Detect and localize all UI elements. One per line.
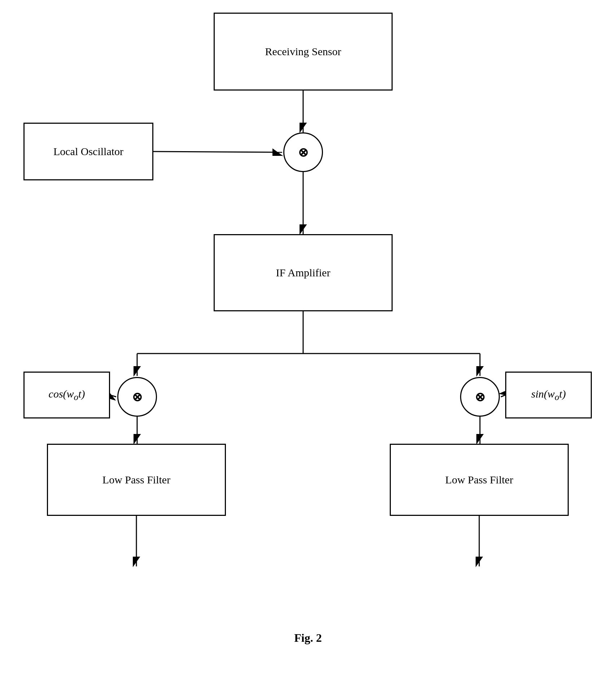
mixer-left-symbol: ⊗: [132, 390, 142, 404]
mixer-right-symbol: ⊗: [475, 390, 485, 404]
svg-line-3: [153, 152, 282, 152]
lpf-right-box: Low Pass Filter: [390, 444, 569, 516]
mixer-right-circle: ⊗: [460, 377, 500, 417]
figure-caption: Fig. 2: [217, 631, 399, 645]
lpf-right-label: Low Pass Filter: [445, 474, 513, 486]
svg-line-9: [110, 395, 116, 397]
cos-label: cos(wot): [49, 388, 85, 402]
mixer-top-symbol: ⊗: [298, 145, 308, 159]
svg-line-10: [501, 395, 505, 397]
receiving-sensor-box: Receiving Sensor: [214, 13, 393, 91]
mixer-top-circle: ⊗: [283, 132, 323, 172]
diagram: Receiving Sensor Local Oscillator ⊗ IF A…: [0, 0, 616, 693]
sin-box: sin(wot): [505, 372, 592, 418]
lpf-left-box: Low Pass Filter: [47, 444, 226, 516]
if-amplifier-box: IF Amplifier: [214, 234, 393, 311]
mixer-left-circle: ⊗: [117, 377, 157, 417]
local-oscillator-label: Local Oscillator: [53, 145, 123, 158]
cos-box: cos(wot): [23, 372, 110, 418]
lpf-left-label: Low Pass Filter: [102, 474, 170, 486]
figure-caption-text: Fig. 2: [294, 631, 322, 644]
if-amplifier-label: IF Amplifier: [276, 267, 331, 279]
sin-label: sin(wot): [531, 388, 566, 402]
local-oscillator-box: Local Oscillator: [23, 123, 153, 180]
receiving-sensor-label: Receiving Sensor: [265, 45, 341, 58]
connection-lines: [0, 0, 616, 693]
